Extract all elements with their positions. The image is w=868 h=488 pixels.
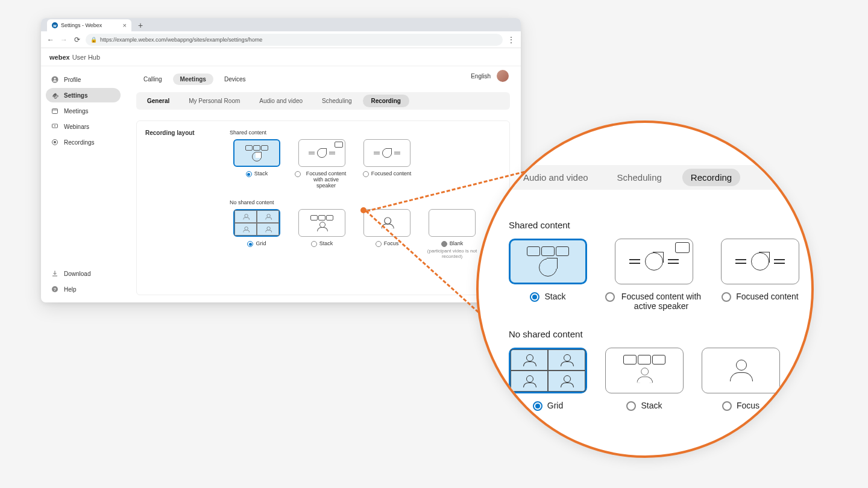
main-tab-meetings[interactable]: Meetings — [173, 74, 213, 85]
new-tab-button[interactable]: + — [135, 20, 146, 31]
radio-icon[interactable] — [311, 241, 317, 247]
language-selector[interactable]: English — [471, 73, 491, 80]
zoom-layout-stack[interactable]: Stack — [509, 239, 587, 311]
main-tab-devices[interactable]: Devices — [217, 74, 253, 85]
zoom-sub-tab-scheduling[interactable]: Scheduling — [609, 169, 670, 186]
sidebar-item-recordings[interactable]: Recordings — [46, 135, 121, 149]
no-shared-content-title: No shared content — [230, 199, 501, 205]
thumb-grid — [233, 209, 280, 237]
forward-button[interactable]: → — [59, 35, 69, 45]
close-tab-icon[interactable]: × — [123, 22, 127, 29]
radio-icon[interactable] — [722, 292, 731, 302]
zoom-layout-focused[interactable]: Focused content — [721, 239, 799, 311]
option-label: Focus — [737, 401, 760, 410]
option-label: Stack — [544, 292, 565, 301]
svg-rect-3 — [52, 109, 58, 114]
radio-icon[interactable] — [247, 241, 253, 247]
radio-icon[interactable] — [363, 171, 369, 177]
option-label: Focused content — [736, 292, 799, 301]
layout-grid[interactable]: Grid — [230, 209, 284, 259]
lock-icon: 🔒 — [90, 37, 97, 43]
option-label: Blank — [450, 240, 464, 246]
sub-tab-recording[interactable]: Recording — [363, 95, 409, 107]
zoom-sub-tabs: Audio and video Scheduling Recording — [491, 165, 799, 190]
sub-tab-scheduling[interactable]: Scheduling — [313, 95, 360, 107]
radio-icon[interactable] — [376, 241, 382, 247]
sidebar-label: Meetings — [64, 108, 89, 114]
sidebar-label: Webinars — [64, 124, 89, 130]
sidebar-label: Help — [64, 286, 77, 293]
sidebar-item-profile[interactable]: Profile — [46, 72, 121, 87]
main-tab-calling[interactable]: Calling — [136, 74, 169, 85]
option-label: Focused content with active speaker — [303, 170, 349, 189]
webex-favicon: w — [52, 22, 58, 28]
browser-tab[interactable]: w Settings - Webex × — [47, 19, 131, 31]
header-right: English — [471, 70, 509, 82]
radio-icon[interactable] — [722, 401, 732, 411]
app-subtitle: User Hub — [72, 54, 100, 61]
sidebar-label: Recordings — [64, 139, 95, 146]
zoom-thumb-grid — [509, 348, 587, 393]
layout-blank[interactable]: Blank (participant video is not recorded… — [425, 209, 479, 259]
layout-stack-ns[interactable]: Stack — [295, 209, 349, 259]
svg-point-7 — [54, 141, 56, 143]
thumb-focused — [363, 139, 410, 167]
calendar-icon — [51, 107, 59, 115]
radio-icon[interactable] — [533, 401, 542, 411]
layout-focus-ns[interactable]: Focus — [360, 209, 414, 259]
zoom-shared-title: Shared content — [509, 220, 799, 230]
zoom-layout-focus-ns[interactable]: Focus — [702, 348, 780, 411]
avatar[interactable] — [497, 70, 509, 82]
zoom-thumb-focused — [721, 239, 799, 284]
layout-focused-active[interactable]: Focused content with active speaker — [295, 139, 349, 189]
sidebar-item-help[interactable]: ? Help — [46, 282, 121, 296]
radio-icon[interactable] — [246, 171, 252, 177]
sidebar-label: Profile — [64, 77, 81, 83]
radio-icon[interactable] — [605, 292, 615, 302]
option-label: Focus — [384, 240, 399, 246]
sidebar-item-download[interactable]: Download — [46, 266, 121, 281]
zoom-layout-focused-active[interactable]: Focused content with active speaker — [605, 239, 703, 311]
back-button[interactable]: ← — [46, 35, 55, 45]
brand-name: webex — [49, 54, 70, 61]
sub-tab-audio-video[interactable]: Audio and video — [251, 95, 311, 107]
sidebar-item-meetings[interactable]: Meetings — [46, 104, 121, 118]
sidebar-label: Download — [64, 271, 90, 277]
zoom-callout: Audio and video Scheduling Recording Sha… — [476, 120, 814, 458]
download-icon — [51, 269, 59, 278]
sub-tab-general[interactable]: General — [139, 95, 178, 107]
option-label: Grid — [256, 240, 266, 246]
radio-icon[interactable] — [295, 171, 301, 177]
radio-icon[interactable] — [530, 292, 539, 302]
browser-window: w Settings - Webex × + ← → ⟳ 🔒 https://e… — [41, 18, 521, 302]
zoom-thumb-focused-active — [615, 239, 693, 284]
svg-point-1 — [54, 78, 56, 80]
thumb-stack-ns — [298, 209, 345, 237]
thumb-blank — [429, 209, 476, 237]
sidebar-item-settings[interactable]: Settings — [46, 88, 121, 102]
radio-icon[interactable] — [441, 241, 447, 247]
zoom-layout-grid[interactable]: Grid — [509, 348, 587, 411]
person-icon — [51, 75, 59, 84]
reload-button[interactable]: ⟳ — [72, 35, 82, 45]
zoom-sub-tab-recording[interactable]: Recording — [682, 169, 740, 186]
panel-title: Recording layout — [145, 130, 206, 286]
sidebar: Profile Settings Meetings Webinars Recor… — [41, 66, 125, 302]
zoom-thumb-focus-ns — [702, 348, 780, 393]
browser-tab-bar: w Settings - Webex × + — [41, 18, 521, 31]
zoom-sub-tab-audio-video[interactable]: Audio and video — [515, 169, 597, 186]
url-field[interactable]: 🔒 https://example.webex.com/webappng/sit… — [86, 34, 503, 46]
radio-icon[interactable] — [626, 401, 636, 411]
sub-tab-personal-room[interactable]: My Personal Room — [180, 95, 248, 107]
option-label: Focused content with active speaker — [620, 292, 703, 311]
app-header: webex User Hub — [41, 48, 521, 66]
layout-stack[interactable]: Stack — [230, 139, 284, 189]
shared-content-title: Shared content — [230, 130, 501, 136]
zoom-thumb-stack-ns — [605, 348, 684, 393]
sidebar-item-webinars[interactable]: Webinars — [46, 119, 121, 134]
zoom-layout-stack-ns[interactable]: Stack — [605, 348, 684, 411]
browser-menu-button[interactable]: ⋮ — [506, 36, 516, 44]
main-tabs: Calling Meetings Devices — [136, 74, 510, 85]
thumb-stack — [233, 139, 280, 167]
layout-focused[interactable]: Focused content — [360, 139, 414, 189]
